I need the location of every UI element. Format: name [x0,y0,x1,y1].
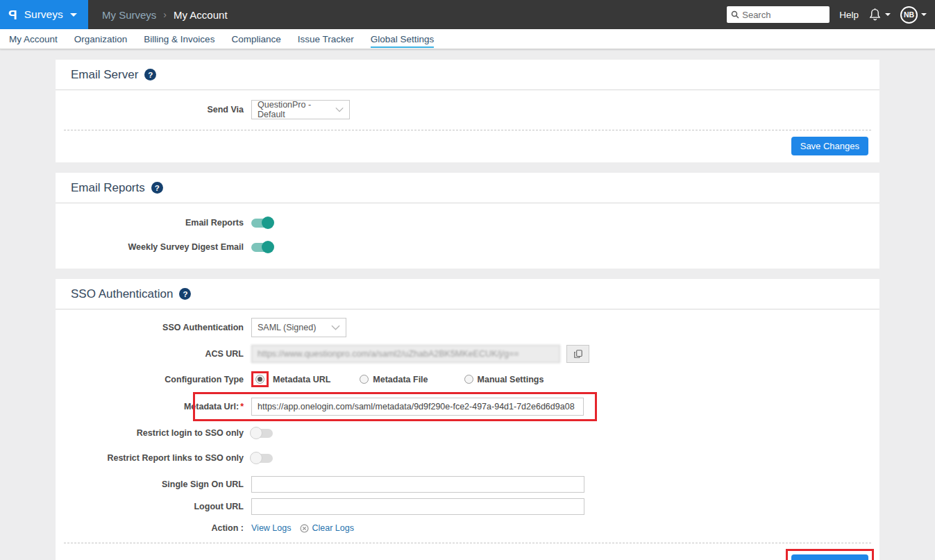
email-server-card: Email Server ? Send Via QuestionPro - De… [56,60,879,162]
weekly-digest-toggle[interactable] [251,243,273,252]
radio-manual-settings[interactable]: Manual Settings [464,375,544,384]
email-server-title: Email Server [71,68,138,82]
single-sign-on-url-label: Single Sign On URL [56,480,251,489]
chevron-down-icon [70,13,77,17]
search-icon [731,10,739,19]
tab-issue-tracker[interactable]: Issue Tracker [289,29,362,49]
email-reports-title: Email Reports [71,181,145,195]
configuration-type-label: Configuration Type [56,375,251,384]
weekly-digest-toggle-label: Weekly Survey Digest Email [56,242,251,252]
radio-icon [464,375,473,384]
acs-url-input [251,345,560,363]
email-reports-toggle-label: Email Reports [56,218,251,228]
help-icon[interactable]: ? [144,69,156,80]
annotation-box: Save Changes [786,549,874,560]
tab-organization[interactable]: Organization [66,29,136,49]
breadcrumb-my-account: My Account [174,9,228,21]
restrict-report-links-toggle[interactable] [251,454,273,463]
chevron-down-icon [335,107,344,112]
search-input[interactable] [742,10,825,20]
breadcrumb: My Surveys › My Account [88,0,727,29]
radio-icon [255,375,264,384]
tab-global-settings[interactable]: Global Settings [362,29,443,49]
chevron-down-icon [885,13,891,16]
top-header: P Surveys My Surveys › My Account Help N… [0,0,935,29]
radio-icon [360,375,369,384]
sso-authentication-card: SSO Authentication ? SSO Authentication … [56,279,879,560]
metadata-url-label: Metadata Url:* [56,402,251,411]
annotation-box [251,371,269,387]
email-server-save-button[interactable]: Save Changes [791,137,868,155]
help-icon[interactable]: ? [151,182,163,194]
email-reports-card: Email Reports ? Email Reports Weekly Sur… [56,173,879,269]
sso-title: SSO Authentication [71,287,173,301]
chevron-down-icon [921,13,927,16]
clear-logs-link[interactable]: Clear Logs [300,523,353,533]
send-via-label: Send Via [56,105,251,114]
radio-metadata-url[interactable]: Metadata URL [251,371,330,387]
bell-icon [868,8,882,22]
sso-save-button[interactable]: Save Changes [791,554,868,560]
help-link[interactable]: Help [839,10,859,20]
product-name: Surveys [24,8,63,21]
restrict-report-links-label: Restrict Report links to SSO only [56,453,251,463]
single-sign-on-url-input[interactable] [251,476,584,493]
help-icon[interactable]: ? [179,288,191,300]
notifications-menu[interactable] [868,8,891,22]
tab-my-account[interactable]: My Account [1,29,66,49]
radio-metadata-file[interactable]: Metadata File [360,375,428,384]
view-logs-link[interactable]: View Logs [251,523,291,533]
account-menu[interactable]: NB [900,6,927,24]
action-label: Action : [56,523,251,533]
metadata-url-input[interactable] [251,398,584,416]
questionpro-logo-icon: P [8,8,17,22]
logout-url-label: Logout URL [56,502,251,511]
restrict-login-toggle[interactable] [251,429,273,438]
tab-billing-invoices[interactable]: Billing & Invoices [135,29,223,49]
product-switcher[interactable]: P Surveys [0,0,88,29]
email-reports-toggle[interactable] [251,219,273,228]
copy-acs-url-button[interactable] [566,345,589,363]
global-search[interactable] [727,6,829,23]
restrict-login-label: Restrict login to SSO only [56,428,251,438]
settings-tabbar: My Account Organization Billing & Invoic… [0,29,935,49]
copy-icon [573,349,583,359]
sso-auth-label: SSO Authentication [56,323,251,332]
breadcrumb-my-surveys[interactable]: My Surveys [102,9,156,21]
breadcrumb-separator: › [163,9,167,20]
tab-compliance[interactable]: Compliance [223,29,289,49]
send-via-select[interactable]: QuestionPro - Default [251,100,350,119]
logout-url-input[interactable] [251,498,584,515]
sso-auth-select[interactable]: SAML (Signed) [251,318,346,337]
acs-url-label: ACS URL [56,349,251,359]
avatar: NB [900,6,918,24]
clear-circle-x-icon [300,524,309,533]
chevron-down-icon [331,325,340,330]
